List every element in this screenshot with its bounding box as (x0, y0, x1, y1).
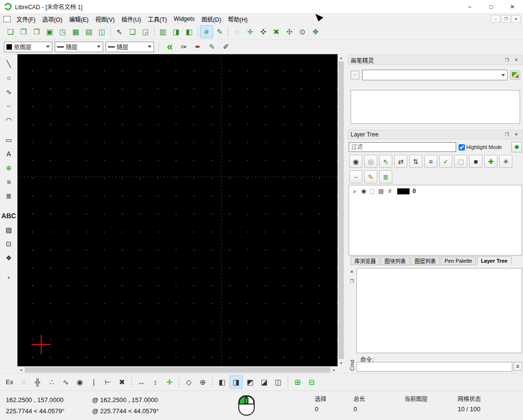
pick-layer-button[interactable]: ⇖ (379, 155, 392, 168)
menu-help[interactable]: 帮助(H) (225, 14, 251, 25)
remove-layer-button[interactable]: − (349, 170, 362, 183)
pen-wizard-titlebar[interactable]: 画笔精灵 ❐ ✕ (348, 55, 523, 65)
set-relative-zero-button[interactable]: ⊕ (196, 375, 209, 389)
toolbar-creator-button[interactable]: ⊞ (291, 375, 304, 389)
order-tool-button[interactable]: ≡ (2, 175, 15, 188)
snap-free-button[interactable]: ◌ (231, 25, 244, 38)
mtext-tool-button[interactable]: ABC (2, 209, 15, 222)
layer-construction-button[interactable]: # (385, 187, 394, 195)
restrict-nothing-button[interactable]: ✛ (163, 375, 176, 389)
command-options-button[interactable]: ≣ (513, 362, 522, 371)
mdi-restore-button[interactable]: ❐ (501, 15, 510, 23)
lock-all-button[interactable]: ■ (469, 155, 482, 168)
open-file-button[interactable]: ❒ (30, 25, 43, 38)
snap-intersection-button[interactable]: ✖ (115, 375, 128, 389)
polyline-tool-button[interactable]: ▭ (2, 133, 15, 146)
paste-button[interactable]: ◲ (139, 25, 152, 38)
circle-tool-button[interactable]: ○ (2, 71, 15, 84)
snap-endpoint-button[interactable]: ∴ (45, 375, 58, 389)
scroll-down-arrow[interactable]: ▼ (338, 360, 344, 366)
point-tool-button[interactable]: • (2, 271, 15, 284)
menu-drawings[interactable]: 图纸(D) (198, 14, 225, 25)
image-tool-button[interactable]: ⊡ (2, 237, 15, 250)
block-list-button[interactable]: ◨ (169, 25, 183, 38)
snap-on-entity-button[interactable]: ∿ (59, 375, 72, 389)
restrict-vertical-button[interactable]: ↕ (149, 375, 162, 389)
ellipse-tool-button[interactable]: ○ (2, 99, 15, 112)
properties-button[interactable]: ▥ (156, 25, 169, 38)
layer-lock-button[interactable]: ▢ (368, 187, 377, 195)
layer-filter-input[interactable] (349, 142, 456, 152)
select-button[interactable]: ⇖ (113, 25, 126, 38)
toggle-print-button[interactable]: ✓ (439, 155, 452, 168)
unlock-all-button[interactable]: ▢ (454, 155, 467, 168)
save-all-button[interactable]: ▦ (69, 25, 82, 38)
snap-center-button[interactable]: ◉ (73, 375, 86, 389)
snap-auto-button[interactable]: ✣ (283, 25, 296, 38)
add-layer-button[interactable]: ✚ (484, 155, 497, 168)
layer-current-button[interactable]: ▹ (351, 187, 359, 195)
exclusive-snap-label[interactable]: Ex (6, 378, 13, 386)
copy-button[interactable]: ❑ (126, 25, 139, 38)
hide-all-layers-button[interactable]: ◎ (364, 155, 377, 168)
mdi-minimize-button[interactable]: – (491, 15, 500, 23)
pen-wizard-close-button[interactable]: ✕ (512, 56, 520, 64)
document-icon[interactable] (3, 16, 11, 22)
layer-tree-titlebar[interactable]: Layer Tree ❐ ✕ (348, 130, 523, 139)
text-tool-button[interactable]: A (2, 147, 15, 160)
menu-plugins[interactable]: 插件(U) (118, 14, 145, 25)
menu-file[interactable]: 文件(F) (13, 14, 39, 25)
menu-tools[interactable]: 工具(T) (144, 14, 170, 25)
restrict-horizontal-button[interactable]: ↔ (135, 375, 148, 389)
dock-area-bottom-button[interactable]: ◪ (258, 375, 271, 389)
tab-layer-tree[interactable]: Layer Tree (477, 256, 511, 265)
sort-layers-button[interactable]: ≡ (424, 155, 437, 168)
spline-tool-button[interactable]: ∿ (2, 85, 15, 98)
snap-grid-button[interactable]: ╬ (31, 375, 44, 389)
print-preview-button[interactable]: ◫ (95, 25, 108, 38)
back-button[interactable]: « (163, 40, 176, 53)
rename-layer-button[interactable]: ✎ (364, 170, 377, 183)
copy-pen-button[interactable]: ✎ (205, 40, 218, 53)
highlight-mode-checkbox-input[interactable] (459, 144, 465, 150)
command-float-button[interactable]: ❐ (349, 278, 355, 285)
pen-wizard-list[interactable] (351, 90, 520, 124)
pen-wizard-combo[interactable] (362, 70, 508, 80)
vertical-scrollbar[interactable]: ▲ ▼ (338, 54, 344, 366)
apply-pen-button[interactable]: ✒ (191, 40, 204, 53)
tab-pen-palette[interactable]: Pen Palette (441, 256, 476, 265)
new-document-button[interactable]: ❏ (4, 25, 17, 38)
menu-edit[interactable]: 编辑(E) (66, 14, 92, 25)
layer-print-button[interactable]: ▤ (377, 187, 385, 195)
menu-widgets[interactable]: Widgets (170, 14, 198, 25)
color-picker-button[interactable] (510, 71, 520, 79)
pen-linetype-combo[interactable]: 随层 (55, 42, 103, 52)
arc-tool-button[interactable]: ◠ (2, 113, 15, 126)
command-close-button[interactable]: ✕ (349, 269, 355, 275)
tab-library-browser[interactable]: 库浏览器 (351, 256, 380, 265)
zoom-auto-button[interactable]: ⊙ (296, 25, 309, 38)
drawing-canvas[interactable] (17, 54, 338, 366)
draft-mode-button[interactable]: ✎ (213, 25, 226, 38)
snap-grid-button[interactable]: ✛ (244, 25, 257, 38)
dock-area-right-button[interactable]: ◨ (230, 375, 243, 389)
layer-row[interactable]: ▹◉▢▤# 0 (349, 185, 522, 197)
raise-layer-button[interactable]: ⇅ (409, 155, 422, 168)
pen-wizard-menu-button[interactable]: ∷ (351, 71, 359, 79)
layer-list[interactable]: ▹◉▢▤# 0 (349, 185, 522, 255)
dock-area-top-button[interactable]: ◩ (244, 375, 257, 389)
scroll-left-arrow[interactable]: ◄ (17, 367, 24, 373)
snap-free-button[interactable]: ◌ (17, 375, 30, 389)
layer-tree-settings-button[interactable]: ✹ (511, 142, 522, 152)
print-button[interactable]: ▤ (82, 25, 95, 38)
tab-block-list[interactable]: 图块列表 (381, 256, 410, 265)
window-maximize-button[interactable]: □ (480, 0, 502, 14)
window-close-button[interactable]: ✕ (502, 0, 523, 14)
snap-endpoint-button[interactable]: ✜ (257, 25, 270, 38)
block-tool-button[interactable]: ❖ (2, 251, 15, 264)
horizontal-scrollbar[interactable]: ◄ ► (17, 366, 338, 373)
highlight-mode-checkbox[interactable]: Highlight Mode (459, 144, 502, 150)
snap-settings-button[interactable]: ✥ (309, 25, 322, 38)
menu-view[interactable]: 视图(V) (92, 14, 118, 25)
show-all-layers-button[interactable]: ◉ (349, 155, 362, 168)
